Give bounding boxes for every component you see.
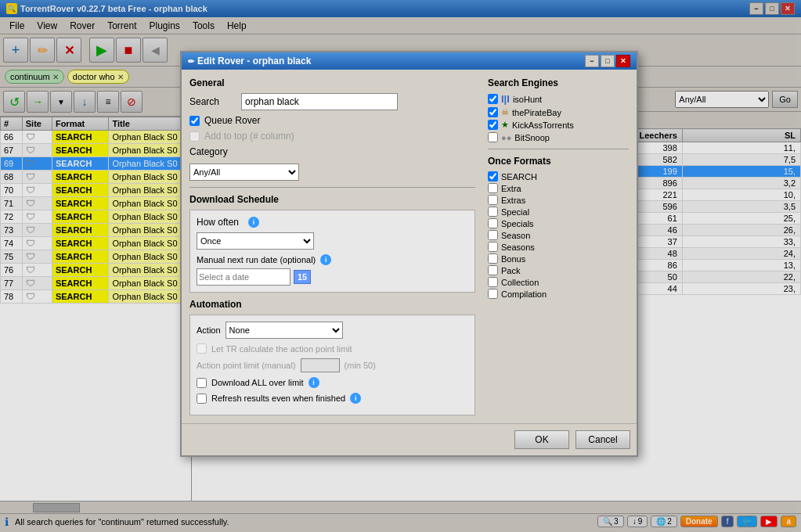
format-bonus-label: Bonus <box>501 254 525 264</box>
search-input[interactable] <box>241 93 398 110</box>
formats-section: Once Formats SEARCH Extra Extras <box>488 156 629 299</box>
format-season-checkbox[interactable] <box>488 230 498 240</box>
engine-bitsnoop-checkbox[interactable] <box>488 132 498 142</box>
modal-title: Edit Rover - orphan black <box>197 56 311 66</box>
engine-bitsnoop: ●● BitSnoop <box>488 132 629 142</box>
format-extra-label: Extra <box>501 184 521 193</box>
automation-box: Action None Move Copy Delete Le <box>189 315 475 415</box>
format-compilation-checkbox[interactable] <box>488 289 498 299</box>
how-often-row: How often i <box>197 217 468 228</box>
action-select[interactable]: None Move Copy Delete <box>226 322 343 339</box>
cancel-button[interactable]: Cancel <box>575 430 630 449</box>
category-label: Category <box>189 146 236 157</box>
add-to-top-label: Add to top (# column) <box>204 131 294 142</box>
format-bonus-checkbox[interactable] <box>488 253 498 264</box>
isohunt-icon: I|I <box>501 93 510 105</box>
download-all-checkbox[interactable] <box>197 378 207 388</box>
format-compilation: Compilation <box>488 289 629 299</box>
modal-overlay: ✏ Edit Rover - orphan black − □ ✕ Genera… <box>0 0 801 532</box>
format-seasons-checkbox[interactable] <box>488 242 498 252</box>
engine-isohunt-checkbox[interactable] <box>488 94 498 104</box>
modal-right-col: Search Engines I|I isoHunt ☠ thePirateBa… <box>488 77 629 415</box>
format-seasons-label: Seasons <box>501 243 535 252</box>
engine-piratebay-checkbox[interactable] <box>488 107 498 117</box>
schedule-box: How often i Once Daily Weekly Monthly Ma… <box>189 210 475 293</box>
format-search-checkbox[interactable] <box>488 171 498 182</box>
automation-title: Automation <box>189 299 475 310</box>
let-tr-label: Let TR calculate the action point limit <box>211 344 352 354</box>
format-search-label: SEARCH <box>501 172 537 182</box>
date-input-row: 15 <box>197 268 468 286</box>
how-often-label: How often <box>197 217 244 228</box>
action-limit-input <box>301 358 340 372</box>
manual-date-label: Manual next run date (optional) <box>197 255 316 264</box>
format-specials-checkbox[interactable] <box>488 218 498 228</box>
general-section: General Search Queue Rover Add to top (#… <box>189 77 475 181</box>
format-special-label: Special <box>501 207 529 217</box>
modal-title-bar: ✏ Edit Rover - orphan black − □ ✕ <box>182 52 637 70</box>
automation-section: Automation Action None Move Copy Delete <box>189 299 475 415</box>
format-season-label: Season <box>501 231 530 240</box>
how-often-select[interactable]: Once Daily Weekly Monthly <box>197 232 314 250</box>
bitsnoop-icon: ●● <box>501 133 511 142</box>
download-all-label: Download ALL over limit <box>211 378 304 387</box>
schedule-title: Download Schedule <box>189 194 475 205</box>
format-extras-checkbox[interactable] <box>488 195 498 205</box>
add-to-top-checkbox <box>189 131 200 142</box>
modal-left-col: General Search Queue Rover Add to top (#… <box>189 77 475 415</box>
add-to-top-row: Add to top (# column) <box>189 131 475 142</box>
modal-title-left: ✏ Edit Rover - orphan black <box>188 56 311 66</box>
format-collection-label: Collection <box>501 278 539 287</box>
refresh-info-icon[interactable]: i <box>350 393 361 404</box>
how-often-info-icon[interactable]: i <box>248 217 259 228</box>
format-season: Season <box>488 230 629 240</box>
search-field-label: Search <box>189 96 236 107</box>
date-row: Manual next run date (optional) i <box>197 254 468 265</box>
category-select[interactable]: Any/All Video Audio Software <box>189 164 299 181</box>
modal-minimize[interactable]: − <box>585 55 599 67</box>
modal-maximize[interactable]: □ <box>601 55 615 67</box>
kickass-icon: ★ <box>501 120 509 130</box>
action-point-label: Action point limit (manual) <box>197 361 296 370</box>
let-tr-row: Let TR calculate the action point limit <box>197 343 468 354</box>
format-special-checkbox[interactable] <box>488 207 498 217</box>
refresh-label: Refresh results even when finished <box>211 394 345 403</box>
download-all-row: Download ALL over limit i <box>197 377 468 388</box>
date-input[interactable] <box>197 268 290 286</box>
engines-label: Search Engines <box>488 77 629 88</box>
formats-label: Once Formats <box>488 156 629 167</box>
format-collection-checkbox[interactable] <box>488 277 498 287</box>
queue-rover-checkbox[interactable] <box>189 116 200 126</box>
format-extra-checkbox[interactable] <box>488 183 498 193</box>
format-pack-checkbox[interactable] <box>488 265 498 275</box>
engine-isohunt: I|I isoHunt <box>488 93 629 105</box>
format-pack: Pack <box>488 265 629 275</box>
format-extras: Extras <box>488 195 629 205</box>
date-info-icon[interactable]: i <box>320 254 331 265</box>
main-window: 🔍 TorrentRover v0.22.7 beta Free - orpha… <box>0 0 801 532</box>
action-label: Action <box>197 325 221 335</box>
refresh-row: Refresh results even when finished i <box>197 393 468 404</box>
format-extras-label: Extras <box>501 196 525 205</box>
format-compilation-label: Compilation <box>501 289 547 299</box>
refresh-checkbox[interactable] <box>197 394 207 404</box>
download-all-info-icon[interactable]: i <box>308 377 319 388</box>
format-special: Special <box>488 207 629 217</box>
format-specials: Specials <box>488 218 629 228</box>
edit-rover-modal: ✏ Edit Rover - orphan black − □ ✕ Genera… <box>180 51 638 457</box>
schedule-section: Download Schedule How often i Once Daily… <box>189 194 475 293</box>
search-row: Search <box>189 93 475 110</box>
let-tr-checkbox <box>197 343 207 354</box>
engine-kickass-checkbox[interactable] <box>488 120 498 130</box>
modal-title-controls: − □ ✕ <box>585 55 630 67</box>
format-search: SEARCH <box>488 171 629 182</box>
modal-close[interactable]: ✕ <box>616 55 630 67</box>
modal-icon: ✏ <box>188 57 194 66</box>
format-extra: Extra <box>488 183 629 193</box>
action-row: Action None Move Copy Delete <box>197 322 468 339</box>
modal-body: General Search Queue Rover Add to top (#… <box>182 70 637 423</box>
engine-isohunt-label: isoHunt <box>513 95 542 104</box>
ok-button[interactable]: OK <box>514 430 569 449</box>
format-seasons: Seasons <box>488 242 629 252</box>
action-point-suffix: (min 50) <box>345 361 376 370</box>
